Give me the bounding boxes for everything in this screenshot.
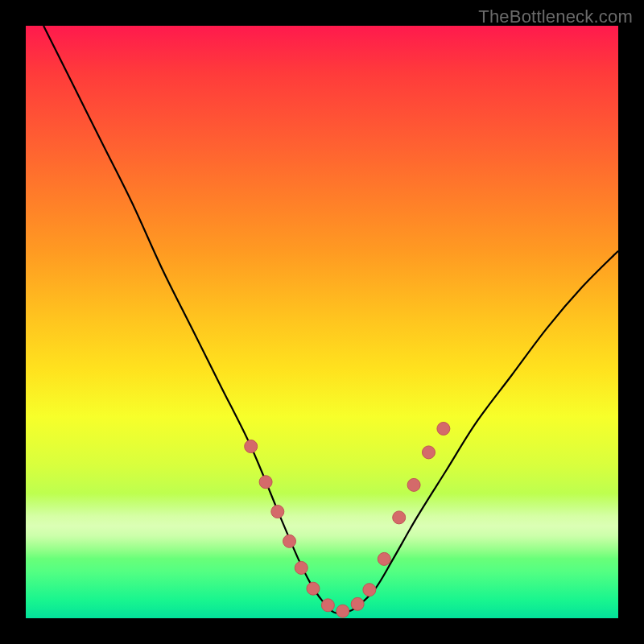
data-marker	[295, 561, 308, 574]
data-marker	[307, 582, 320, 595]
data-marker	[259, 476, 272, 489]
chart-frame: TheBottleneck.com	[0, 0, 644, 644]
data-marker	[321, 599, 334, 612]
data-marker	[245, 440, 258, 453]
data-marker	[422, 446, 435, 459]
plot-area	[26, 26, 618, 618]
data-marker	[363, 584, 376, 597]
watermark-text: TheBottleneck.com	[478, 6, 633, 27]
data-marker	[271, 506, 284, 518]
data-marker	[351, 597, 364, 610]
curve-layer	[26, 26, 618, 618]
data-marker	[378, 552, 390, 565]
data-marker	[393, 511, 406, 524]
data-marker	[407, 478, 420, 491]
bottleneck-curve	[43, 26, 618, 613]
data-marker	[283, 535, 296, 547]
data-marker	[336, 605, 349, 617]
glow-band	[26, 493, 618, 559]
data-marker	[437, 422, 450, 435]
